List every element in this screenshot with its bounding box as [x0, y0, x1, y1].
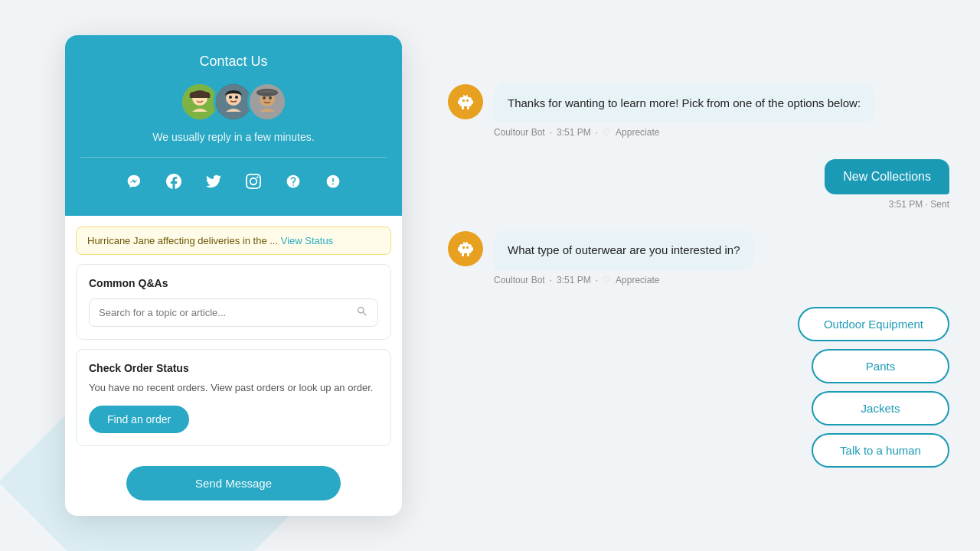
svg-rect-28 — [467, 253, 469, 256]
bot-bubble-2: What type of outerwear are you intereste… — [494, 231, 754, 270]
alert-banner: Hurricane Jane affecting deliveries in t… — [76, 227, 391, 255]
avatar — [247, 82, 287, 122]
bot-sender-1: Coultour Bot — [494, 127, 545, 138]
svg-point-30 — [465, 241, 467, 243]
widget-header: Contact Us — [65, 35, 402, 216]
svg-point-21 — [465, 93, 467, 96]
widget-footer: Send Message — [65, 457, 402, 516]
svg-rect-19 — [467, 106, 469, 109]
social-icons-row — [80, 170, 387, 193]
svg-rect-24 — [466, 246, 469, 249]
sent-meta: 3:51 PM · Sent — [889, 199, 949, 210]
order-section: Check Order Status You have no recent or… — [76, 349, 391, 447]
bot-time-1: 3:51 PM — [557, 127, 591, 138]
agent-avatars — [80, 82, 387, 122]
find-order-button[interactable]: Find an order — [89, 406, 189, 433]
svg-rect-18 — [462, 106, 464, 109]
contact-widget: Contact Us — [65, 35, 402, 517]
svg-rect-16 — [458, 100, 459, 104]
bot-message-content-1: Thanks for wanting to learn more! Pick f… — [494, 84, 949, 139]
appreciate-label-2: Appreciate — [616, 275, 659, 285]
svg-point-7 — [235, 96, 238, 99]
svg-point-11 — [269, 96, 272, 99]
order-text: You have no recent orders. View past ord… — [89, 380, 378, 396]
svg-rect-27 — [462, 253, 464, 256]
search-input[interactable] — [99, 307, 356, 318]
bot-bubble-1: Thanks for wanting to learn more! Pick f… — [494, 84, 874, 123]
svg-rect-15 — [466, 99, 469, 102]
alert-text: Hurricane Jane affecting deliveries in t… — [87, 235, 278, 246]
svg-rect-26 — [472, 247, 473, 251]
svg-rect-25 — [458, 247, 459, 251]
alert-icon[interactable] — [322, 170, 345, 193]
help-icon[interactable] — [282, 170, 305, 193]
bot-meta-2: Coultour Bot · 3:51 PM · ♡ Appreciate — [494, 275, 949, 285]
twitter-icon[interactable] — [202, 170, 225, 193]
option-talk-to-human[interactable]: Talk to a human — [812, 433, 949, 468]
option-outdoor-equipment[interactable]: Outdoor Equipment — [798, 307, 949, 341]
widget-subtitle: We usually reply in a few minutes. — [80, 131, 387, 143]
heart-icon-2: ♡ — [603, 275, 611, 285]
bot-time-2: 3:51 PM — [557, 275, 591, 285]
send-message-button[interactable]: Send Message — [126, 466, 341, 500]
instagram-icon[interactable] — [242, 170, 265, 193]
widget-title: Contact Us — [80, 54, 387, 70]
bot-message-content-2: What type of outerwear are you intereste… — [494, 231, 949, 285]
view-status-link[interactable]: View Status — [281, 235, 333, 246]
bot-message-1: Thanks for wanting to learn more! Pick f… — [448, 84, 949, 139]
order-title: Check Order Status — [89, 362, 378, 374]
qna-title: Common Q&As — [89, 277, 378, 289]
sent-bubble: New Collections — [825, 159, 949, 194]
facebook-icon[interactable] — [162, 170, 185, 193]
divider — [80, 157, 387, 158]
sent-message-row: New Collections 3:51 PM · Sent — [448, 159, 949, 210]
appreciate-label-1: Appreciate — [616, 127, 659, 138]
search-icon[interactable] — [356, 305, 368, 320]
bot-message-2: What type of outerwear are you intereste… — [448, 231, 949, 285]
svg-rect-22 — [459, 244, 472, 253]
sent-time: 3:51 PM — [889, 199, 923, 210]
heart-icon-1: ♡ — [603, 127, 611, 138]
sent-status: Sent — [930, 199, 949, 210]
qna-section: Common Q&As — [76, 264, 391, 340]
svg-point-6 — [229, 96, 232, 99]
option-pants[interactable]: Pants — [812, 349, 949, 383]
svg-rect-13 — [459, 97, 472, 106]
svg-rect-17 — [472, 100, 473, 104]
bot-sender-2: Coultour Bot — [494, 275, 545, 285]
svg-rect-14 — [462, 99, 465, 102]
svg-point-10 — [263, 96, 266, 99]
widget-body: Hurricane Jane affecting deliveries in t… — [65, 227, 402, 447]
bot-meta-1: Coultour Bot · 3:51 PM · ♡ Appreciate — [494, 127, 949, 138]
bot-avatar-1 — [448, 84, 483, 119]
search-bar[interactable] — [89, 298, 378, 327]
options-area: Outdoor Equipment Pants Jackets Talk to … — [448, 307, 949, 468]
bot-avatar-2 — [448, 231, 483, 266]
messenger-icon[interactable] — [122, 170, 145, 193]
option-jackets[interactable]: Jackets — [812, 391, 949, 425]
chat-area: Thanks for wanting to learn more! Pick f… — [402, 69, 980, 483]
svg-rect-23 — [462, 246, 465, 249]
